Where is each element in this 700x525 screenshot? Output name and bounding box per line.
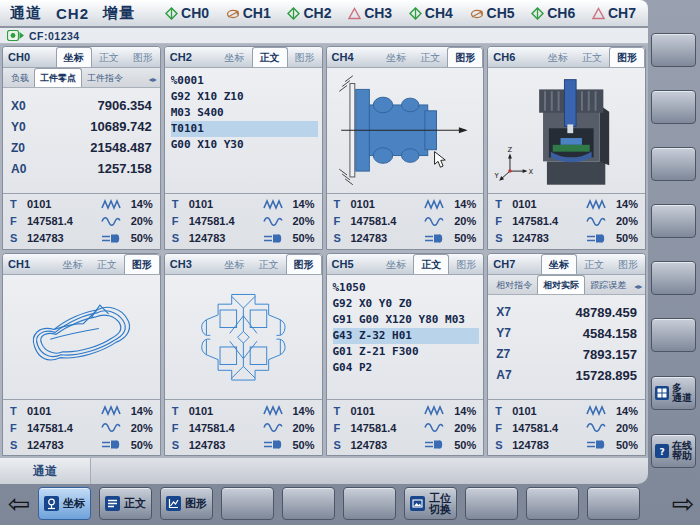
panel-title-ch0: CH0 <box>8 51 30 63</box>
panel-ch0: CH0 坐标 正文 图形 负载 工件零点 工件指令 ◂▸ X07906.354 … <box>2 46 161 250</box>
svg-text:Y: Y <box>494 172 500 180</box>
status-tab-channel[interactable]: 通道 <box>0 458 91 484</box>
tab-coord[interactable]: 坐标 <box>218 255 252 274</box>
right-softkey-online-help[interactable]: ? 在线帮助 <box>651 434 696 468</box>
right-softkey-3[interactable] <box>651 147 696 181</box>
graph-softkey-icon <box>166 496 181 511</box>
tab-coord[interactable]: 坐标 <box>218 48 252 67</box>
gcode-line: G04 P2 <box>333 360 484 376</box>
svg-text:?: ? <box>659 447 664 457</box>
cf-number: CF:01234 <box>29 30 80 42</box>
panel-title-ch6: CH6 <box>493 51 515 63</box>
panel-title-ch3: CH3 <box>170 258 192 270</box>
subtab-work-zero[interactable]: 工件零点 <box>34 68 82 87</box>
channel-status-ch6[interactable]: CH6 <box>531 5 575 21</box>
tool-zigzag-icon <box>424 199 444 210</box>
panel-title-ch1: CH1 <box>8 258 30 270</box>
axis-row: A715728.895 <box>496 365 637 386</box>
softkey-empty-6[interactable] <box>343 487 396 520</box>
softkey-empty-9[interactable] <box>526 487 579 520</box>
subtab-load[interactable]: 负载 <box>6 69 34 87</box>
softkey-station-switch[interactable]: 工位切换 <box>404 487 457 520</box>
tab-coord[interactable]: 坐标 <box>541 48 575 67</box>
channel-status-ch7[interactable]: CH7 <box>592 5 636 21</box>
subtab-rel-command[interactable]: 相对指令 <box>491 276 537 294</box>
softkey-empty-4[interactable] <box>221 487 274 520</box>
softkey-text[interactable]: 正文 <box>99 487 152 520</box>
panel-ch7: CH7 坐标 正文 图形 相对指令 相对实际 跟踪误差 ◂▸ X748789.4… <box>487 253 646 457</box>
channel-status-ch3[interactable]: CH3 <box>348 5 392 21</box>
gcode-line: M03 S400 <box>171 105 322 121</box>
mouse-cursor <box>434 152 445 168</box>
spindle-icon <box>263 439 283 450</box>
tab-text[interactable]: 正文 <box>413 254 449 274</box>
tab-graph[interactable]: 图形 <box>126 48 160 67</box>
panel-ch2: CH2 坐标 正文 图形 %0001 G92 X10 Z10 M03 S400 … <box>164 46 323 250</box>
tab-coord[interactable]: 坐标 <box>56 255 90 274</box>
softkey-empty-10[interactable] <box>587 487 640 520</box>
gcode-line: G92 X0 Y0 Z0 <box>333 296 484 312</box>
right-softkey-4[interactable] <box>651 204 696 238</box>
tab-text[interactable]: 正文 <box>92 48 126 67</box>
turned-part-graphic <box>327 68 484 193</box>
softkey-coord[interactable]: 坐标 <box>38 487 91 520</box>
ornament-pattern-graphic <box>165 275 322 400</box>
channel-status-ch4[interactable]: CH4 <box>409 5 453 21</box>
subtab-follow-error[interactable]: 跟踪误差 <box>585 276 631 294</box>
spindle-icon <box>586 233 606 244</box>
channel-status-ch0[interactable]: CH0 <box>165 5 209 21</box>
spindle-icon <box>101 439 121 450</box>
right-softkey-multi-channel[interactable]: 多通道 <box>651 376 696 410</box>
tab-text[interactable]: 正文 <box>577 255 611 274</box>
tab-text[interactable]: 正文 <box>252 255 286 274</box>
tab-text[interactable]: 正文 <box>90 255 124 274</box>
channel-label: 通道 <box>10 4 42 23</box>
tab-coord[interactable]: 坐标 <box>541 254 577 274</box>
gcode-line: G91 G00 X120 Y80 M03 <box>333 312 484 328</box>
softkey-forward-arrow[interactable]: ⇨ <box>668 486 698 522</box>
right-softkey-5[interactable] <box>651 261 696 295</box>
channel-status-ch1[interactable]: CH1 <box>226 5 271 21</box>
tab-graph[interactable]: 图形 <box>447 47 483 67</box>
feed-wave-icon <box>101 216 121 227</box>
softkey-back-arrow[interactable]: ⇦ <box>4 486 34 522</box>
softkey-graph[interactable]: 图形 <box>160 487 213 520</box>
right-softkey-1[interactable] <box>651 33 696 67</box>
tab-graph[interactable]: 图形 <box>609 47 645 67</box>
tab-coord[interactable]: 坐标 <box>379 48 413 67</box>
tab-graph[interactable]: 图形 <box>449 255 483 274</box>
machine-3d-graphic: ZXY <box>488 68 645 193</box>
feed-wave-icon <box>586 216 606 227</box>
right-softkey-6[interactable] <box>651 318 696 352</box>
tfs-status: T010114% F147581.420% S12478350% <box>327 399 484 455</box>
ch3-graphic-area <box>165 275 322 400</box>
bottom-softkey-bar: ⇦ 坐标 正文 图形 工位切换 ⇨ <box>0 484 700 525</box>
panel-title-ch2: CH2 <box>170 51 192 63</box>
tab-text[interactable]: 正文 <box>575 48 609 67</box>
axis-row: Z77893.157 <box>496 344 637 365</box>
tab-text[interactable]: 正文 <box>252 47 288 67</box>
softkey-empty-8[interactable] <box>465 487 518 520</box>
cf-card-icon <box>7 30 24 41</box>
run-diamond-icon <box>165 7 178 20</box>
tab-graph[interactable]: 图形 <box>288 48 322 67</box>
tab-graph[interactable]: 图形 <box>124 254 160 274</box>
info-bar: CF:01234 <box>0 28 648 44</box>
subtab-scroll-icon[interactable]: ◂▸ <box>146 75 160 87</box>
gcode-listing: %0001 G92 X10 Z10 M03 S400 T0101 G00 X10… <box>165 68 322 193</box>
tab-coord[interactable]: 坐标 <box>379 255 413 274</box>
feed-wave-icon <box>263 216 283 227</box>
subtab-work-cmd[interactable]: 工件指令 <box>82 69 128 87</box>
tool-zigzag-icon <box>586 199 606 210</box>
right-softkey-2[interactable] <box>651 90 696 124</box>
ch1-graphic-area <box>3 275 160 400</box>
softkey-empty-5[interactable] <box>282 487 335 520</box>
channel-status-ch5[interactable]: CH5 <box>470 5 515 21</box>
subtab-rel-actual[interactable]: 相对实际 <box>537 275 585 294</box>
tab-coord[interactable]: 坐标 <box>56 47 92 67</box>
tab-graph[interactable]: 图形 <box>611 255 645 274</box>
tab-graph[interactable]: 图形 <box>286 254 322 274</box>
subtab-scroll-icon[interactable]: ◂▸ <box>631 282 645 294</box>
channel-status-ch2[interactable]: CH2 <box>287 5 331 21</box>
tab-text[interactable]: 正文 <box>413 48 447 67</box>
